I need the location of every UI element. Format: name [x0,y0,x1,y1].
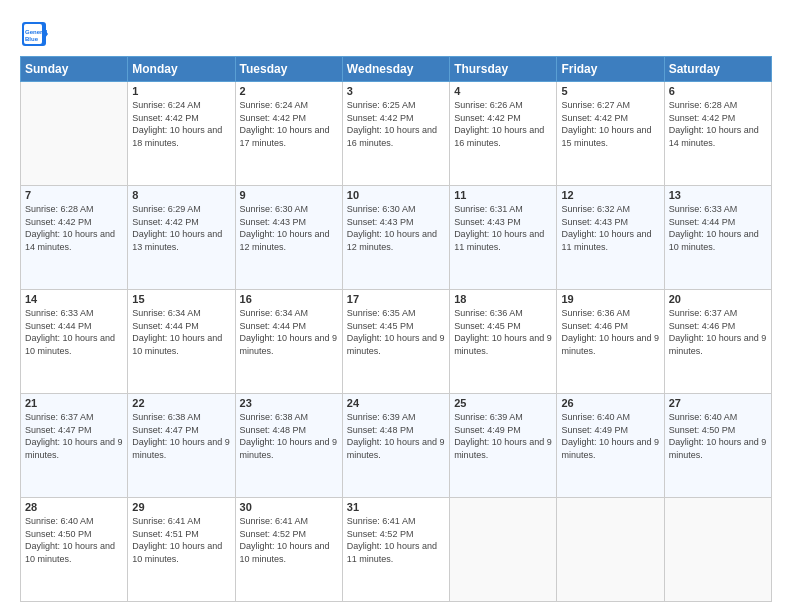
day-info: Sunrise: 6:36 AM Sunset: 4:45 PM Dayligh… [454,307,552,357]
day-number: 17 [347,293,445,305]
day-number: 4 [454,85,552,97]
day-cell [664,498,771,602]
day-cell: 22Sunrise: 6:38 AM Sunset: 4:47 PM Dayli… [128,394,235,498]
day-number: 30 [240,501,338,513]
day-info: Sunrise: 6:30 AM Sunset: 4:43 PM Dayligh… [347,203,445,253]
day-cell: 5Sunrise: 6:27 AM Sunset: 4:42 PM Daylig… [557,82,664,186]
day-number: 31 [347,501,445,513]
day-info: Sunrise: 6:40 AM Sunset: 4:50 PM Dayligh… [25,515,123,565]
day-info: Sunrise: 6:41 AM Sunset: 4:52 PM Dayligh… [240,515,338,565]
svg-text:General: General [25,29,48,35]
header: General Blue [20,16,772,48]
day-number: 7 [25,189,123,201]
day-number: 26 [561,397,659,409]
day-cell: 26Sunrise: 6:40 AM Sunset: 4:49 PM Dayli… [557,394,664,498]
day-cell [21,82,128,186]
day-number: 11 [454,189,552,201]
day-info: Sunrise: 6:27 AM Sunset: 4:42 PM Dayligh… [561,99,659,149]
calendar-table: SundayMondayTuesdayWednesdayThursdayFrid… [20,56,772,602]
day-info: Sunrise: 6:35 AM Sunset: 4:45 PM Dayligh… [347,307,445,357]
day-cell: 14Sunrise: 6:33 AM Sunset: 4:44 PM Dayli… [21,290,128,394]
day-number: 29 [132,501,230,513]
day-cell: 28Sunrise: 6:40 AM Sunset: 4:50 PM Dayli… [21,498,128,602]
weekday-wednesday: Wednesday [342,57,449,82]
day-number: 14 [25,293,123,305]
day-cell: 4Sunrise: 6:26 AM Sunset: 4:42 PM Daylig… [450,82,557,186]
day-info: Sunrise: 6:38 AM Sunset: 4:47 PM Dayligh… [132,411,230,461]
day-info: Sunrise: 6:41 AM Sunset: 4:52 PM Dayligh… [347,515,445,565]
day-info: Sunrise: 6:36 AM Sunset: 4:46 PM Dayligh… [561,307,659,357]
day-info: Sunrise: 6:31 AM Sunset: 4:43 PM Dayligh… [454,203,552,253]
day-cell: 19Sunrise: 6:36 AM Sunset: 4:46 PM Dayli… [557,290,664,394]
day-cell: 9Sunrise: 6:30 AM Sunset: 4:43 PM Daylig… [235,186,342,290]
day-cell: 21Sunrise: 6:37 AM Sunset: 4:47 PM Dayli… [21,394,128,498]
day-cell: 27Sunrise: 6:40 AM Sunset: 4:50 PM Dayli… [664,394,771,498]
day-info: Sunrise: 6:37 AM Sunset: 4:46 PM Dayligh… [669,307,767,357]
day-info: Sunrise: 6:41 AM Sunset: 4:51 PM Dayligh… [132,515,230,565]
day-cell: 2Sunrise: 6:24 AM Sunset: 4:42 PM Daylig… [235,82,342,186]
day-cell [557,498,664,602]
day-info: Sunrise: 6:32 AM Sunset: 4:43 PM Dayligh… [561,203,659,253]
day-cell: 25Sunrise: 6:39 AM Sunset: 4:49 PM Dayli… [450,394,557,498]
day-number: 21 [25,397,123,409]
day-info: Sunrise: 6:33 AM Sunset: 4:44 PM Dayligh… [669,203,767,253]
calendar-page: General Blue SundayMondayTuesdayWednesda… [0,0,792,612]
day-info: Sunrise: 6:34 AM Sunset: 4:44 PM Dayligh… [240,307,338,357]
weekday-sunday: Sunday [21,57,128,82]
logo-icon: General Blue [20,20,48,48]
day-number: 10 [347,189,445,201]
day-info: Sunrise: 6:40 AM Sunset: 4:49 PM Dayligh… [561,411,659,461]
day-info: Sunrise: 6:24 AM Sunset: 4:42 PM Dayligh… [240,99,338,149]
weekday-saturday: Saturday [664,57,771,82]
day-cell [450,498,557,602]
day-info: Sunrise: 6:39 AM Sunset: 4:49 PM Dayligh… [454,411,552,461]
day-cell: 17Sunrise: 6:35 AM Sunset: 4:45 PM Dayli… [342,290,449,394]
day-number: 19 [561,293,659,305]
day-cell: 12Sunrise: 6:32 AM Sunset: 4:43 PM Dayli… [557,186,664,290]
day-cell: 8Sunrise: 6:29 AM Sunset: 4:42 PM Daylig… [128,186,235,290]
day-cell: 16Sunrise: 6:34 AM Sunset: 4:44 PM Dayli… [235,290,342,394]
svg-text:Blue: Blue [25,36,39,42]
day-number: 1 [132,85,230,97]
day-cell: 20Sunrise: 6:37 AM Sunset: 4:46 PM Dayli… [664,290,771,394]
weekday-header-row: SundayMondayTuesdayWednesdayThursdayFrid… [21,57,772,82]
day-info: Sunrise: 6:37 AM Sunset: 4:47 PM Dayligh… [25,411,123,461]
day-cell: 23Sunrise: 6:38 AM Sunset: 4:48 PM Dayli… [235,394,342,498]
day-cell: 31Sunrise: 6:41 AM Sunset: 4:52 PM Dayli… [342,498,449,602]
day-number: 5 [561,85,659,97]
day-info: Sunrise: 6:40 AM Sunset: 4:50 PM Dayligh… [669,411,767,461]
week-row-5: 28Sunrise: 6:40 AM Sunset: 4:50 PM Dayli… [21,498,772,602]
day-number: 25 [454,397,552,409]
day-number: 9 [240,189,338,201]
day-number: 24 [347,397,445,409]
day-cell: 11Sunrise: 6:31 AM Sunset: 4:43 PM Dayli… [450,186,557,290]
day-cell: 18Sunrise: 6:36 AM Sunset: 4:45 PM Dayli… [450,290,557,394]
day-cell: 29Sunrise: 6:41 AM Sunset: 4:51 PM Dayli… [128,498,235,602]
day-info: Sunrise: 6:28 AM Sunset: 4:42 PM Dayligh… [669,99,767,149]
day-number: 6 [669,85,767,97]
weekday-monday: Monday [128,57,235,82]
day-cell: 1Sunrise: 6:24 AM Sunset: 4:42 PM Daylig… [128,82,235,186]
week-row-2: 7Sunrise: 6:28 AM Sunset: 4:42 PM Daylig… [21,186,772,290]
day-number: 27 [669,397,767,409]
weekday-friday: Friday [557,57,664,82]
day-number: 18 [454,293,552,305]
day-cell: 3Sunrise: 6:25 AM Sunset: 4:42 PM Daylig… [342,82,449,186]
day-cell: 30Sunrise: 6:41 AM Sunset: 4:52 PM Dayli… [235,498,342,602]
logo: General Blue [20,20,52,48]
day-number: 20 [669,293,767,305]
day-number: 2 [240,85,338,97]
day-number: 28 [25,501,123,513]
day-number: 22 [132,397,230,409]
day-info: Sunrise: 6:30 AM Sunset: 4:43 PM Dayligh… [240,203,338,253]
day-number: 15 [132,293,230,305]
day-info: Sunrise: 6:24 AM Sunset: 4:42 PM Dayligh… [132,99,230,149]
day-cell: 7Sunrise: 6:28 AM Sunset: 4:42 PM Daylig… [21,186,128,290]
day-cell: 15Sunrise: 6:34 AM Sunset: 4:44 PM Dayli… [128,290,235,394]
day-info: Sunrise: 6:34 AM Sunset: 4:44 PM Dayligh… [132,307,230,357]
day-cell: 24Sunrise: 6:39 AM Sunset: 4:48 PM Dayli… [342,394,449,498]
weekday-tuesday: Tuesday [235,57,342,82]
week-row-3: 14Sunrise: 6:33 AM Sunset: 4:44 PM Dayli… [21,290,772,394]
day-info: Sunrise: 6:39 AM Sunset: 4:48 PM Dayligh… [347,411,445,461]
day-info: Sunrise: 6:26 AM Sunset: 4:42 PM Dayligh… [454,99,552,149]
